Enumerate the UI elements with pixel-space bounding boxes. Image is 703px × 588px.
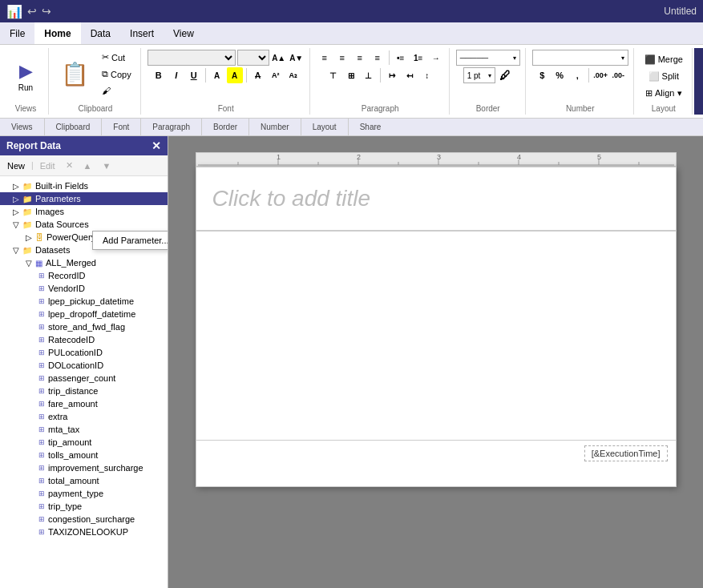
ltr-btn[interactable]: ↦ [384, 67, 400, 83]
bold-btn[interactable]: B [151, 67, 167, 83]
menu-insert[interactable]: Insert [120, 22, 164, 44]
italic-btn[interactable]: I [168, 67, 184, 83]
font-color-btn[interactable]: A [209, 67, 225, 83]
add-parameter-menuitem[interactable]: Add Parameter... [93, 232, 168, 249]
undo-btn[interactable]: ↩ [27, 5, 37, 18]
tree-field-pulocationid[interactable]: ⊞ PULocationID [0, 346, 168, 359]
tree-field-payment-type[interactable]: ⊞ payment_type [0, 487, 168, 500]
expand-icon-images: ▷ [13, 207, 19, 216]
tree-field-passenger-label: passenger_count [48, 373, 115, 383]
currency-btn[interactable]: $ [534, 67, 550, 83]
tree-field-lpep-dropoff[interactable]: ⊞ lpep_dropoff_datetime [0, 308, 168, 320]
border-style-select[interactable]: ───── ▾ [456, 50, 520, 66]
highlight-btn[interactable]: A [227, 67, 243, 83]
tree-field-total-amount-label: total_amount [48, 476, 99, 485]
subscript-btn[interactable]: A₂ [285, 67, 301, 83]
formatpaint-button[interactable]: 🖌 [98, 83, 135, 98]
rtl-btn[interactable]: ↤ [402, 67, 418, 83]
font-size-select[interactable] [237, 50, 269, 66]
indent-btn[interactable]: → [428, 50, 444, 66]
tree-field-extra[interactable]: ⊞ extra [0, 410, 168, 423]
tree-field-ratecodeid[interactable]: ⊞ RatecodeID [0, 333, 168, 346]
tree-field-tolls-amount[interactable]: ⊞ tolls_amount [0, 449, 168, 461]
sep5 [588, 68, 589, 83]
run-button[interactable]: ▶ Run [8, 57, 43, 96]
valign-bot-btn[interactable]: ⊥ [361, 67, 377, 83]
panel-down-btn[interactable]: ▼ [98, 159, 115, 173]
tree-builtin[interactable]: ▷ 📁 Built-in Fields [0, 179, 168, 192]
panel-close-btn[interactable]: ✕ [152, 139, 161, 152]
tree-field-recordid[interactable]: ⊞ RecordID [0, 269, 168, 282]
panel-toolbar: New | Edit ✕ ▲ ▼ [0, 155, 168, 176]
field-icon-taxizone: ⊞ [38, 528, 45, 536]
align-center-btn[interactable]: ≡ [334, 50, 350, 66]
comma-btn[interactable]: , [569, 67, 585, 83]
font-family-select[interactable] [147, 50, 236, 66]
layout-section-label: Layout [301, 119, 349, 135]
tree-powerquery-label: PowerQuery [46, 232, 95, 242]
ruler: 1 2 3 4 5 [196, 152, 677, 167]
menu-file[interactable]: File [0, 22, 34, 44]
menu-data[interactable]: Data [81, 22, 120, 44]
align-justify-btn[interactable]: ≡ [370, 50, 386, 66]
tree-parameters[interactable]: ▷ 📁 Parameters [0, 192, 168, 205]
superscript-btn[interactable]: A² [268, 67, 284, 83]
strike-btn[interactable]: A [250, 67, 266, 83]
align-button[interactable]: ⊞ Align ▾ [641, 86, 686, 101]
layout-label: Layout [652, 104, 676, 113]
canvas-area[interactable]: 1 2 3 4 5 Click to add title [168, 136, 703, 588]
paste-button[interactable]: 📋 [55, 57, 95, 91]
panel-up-btn[interactable]: ▲ [79, 159, 96, 173]
tree-field-fare-amount[interactable]: ⊞ fare_amount [0, 397, 168, 410]
font-grow-btn[interactable]: A▲ [271, 50, 287, 66]
menu-view[interactable]: View [164, 22, 204, 44]
border-size-select[interactable]: 1 pt ▾ [463, 67, 495, 83]
report-title-section[interactable]: Click to add title [196, 167, 676, 232]
menu-home[interactable]: Home [34, 22, 80, 44]
tree-field-store[interactable]: ⊞ store_and_fwd_flag [0, 320, 168, 333]
underline-btn[interactable]: U [186, 67, 202, 83]
percent-btn[interactable]: % [551, 67, 568, 83]
tree-field-improvement[interactable]: ⊞ improvement_surcharge [0, 461, 168, 474]
tree-field-dolocationid[interactable]: ⊞ DOLocationID [0, 359, 168, 372]
tree-field-mta-tax[interactable]: ⊞ mta_tax [0, 423, 168, 436]
tree-field-congestion[interactable]: ⊞ congestion_surcharge [0, 513, 168, 526]
tree-datasources[interactable]: ▽ 📁 Data Sources [0, 218, 168, 231]
report-canvas: Click to add title [&ExecutionTime] [196, 167, 677, 487]
bullet-list-btn[interactable]: •≡ [393, 50, 409, 66]
panel-delete-btn[interactable]: ✕ [62, 158, 77, 173]
align-left-btn[interactable]: ≡ [317, 50, 333, 66]
valign-mid-btn[interactable]: ⊞ [343, 67, 359, 83]
tree-field-passenger[interactable]: ⊞ passenger_count [0, 372, 168, 385]
number-list-btn[interactable]: 1≡ [410, 50, 426, 66]
tree-all-merged[interactable]: ▽ ▦ ALL_Merged [0, 256, 168, 269]
tree-field-vendorid[interactable]: ⊞ VendorID [0, 282, 168, 295]
tree-field-tip-amount[interactable]: ⊞ tip_amount [0, 436, 168, 449]
tree-field-lpep-pickup[interactable]: ⊞ lpep_pickup_datetime [0, 295, 168, 308]
split-button[interactable]: ⬜ Split [644, 69, 683, 84]
decimal-dec-btn[interactable]: .00- [610, 67, 626, 83]
publish-button[interactable]: ⬆ Publish [699, 56, 703, 97]
tree-field-trip-type[interactable]: ⊞ trip_type [0, 500, 168, 513]
copy-button[interactable]: ⧉ Copy [98, 66, 135, 82]
redo-btn[interactable]: ↪ [42, 5, 51, 18]
merge-button[interactable]: ⬛ Merge [640, 52, 687, 67]
border-color-btn[interactable]: 🖊 [497, 67, 513, 83]
valign-top-btn[interactable]: ⊤ [325, 67, 341, 83]
panel-edit-btn[interactable]: Edit [36, 159, 59, 173]
tree-field-trip-distance[interactable]: ⊞ trip_distance [0, 385, 168, 397]
lineheight-btn[interactable]: ↕ [419, 67, 435, 83]
align-right-btn[interactable]: ≡ [352, 50, 368, 66]
tree-field-taxizone[interactable]: ⊞ TAXIZONELOOKUP [0, 526, 168, 538]
tree-images[interactable]: ▷ 📁 Images [0, 205, 168, 218]
report-body[interactable] [196, 232, 676, 440]
field-icon-passenger: ⊞ [38, 374, 45, 382]
tree-field-total-amount[interactable]: ⊞ total_amount [0, 474, 168, 487]
cut-button[interactable]: ✂ Cut [98, 50, 135, 65]
font-shrink-btn[interactable]: A▼ [289, 50, 305, 66]
number-format-select[interactable]: ▾ [532, 50, 628, 66]
tree-field-lpep-pickup-label: lpep_pickup_datetime [48, 296, 134, 306]
decimal-inc-btn[interactable]: .00+ [592, 67, 608, 83]
formatpaint-icon: 🖌 [102, 86, 111, 95]
panel-new-btn[interactable]: New [3, 159, 29, 173]
